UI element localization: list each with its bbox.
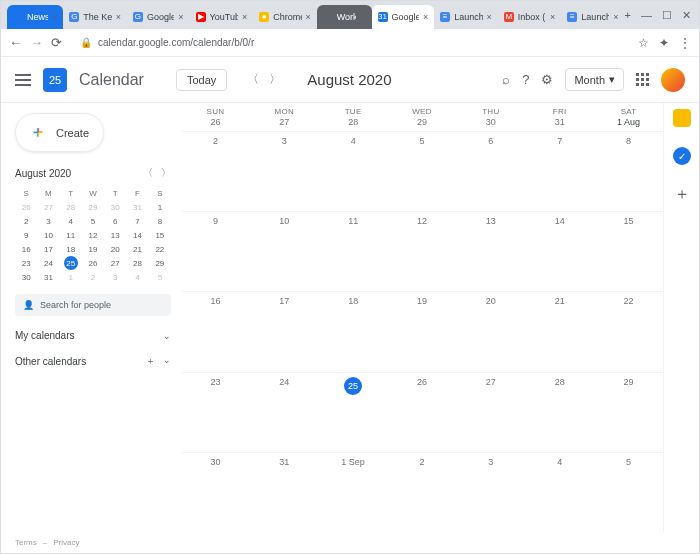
date-cell[interactable]: 16 xyxy=(181,291,250,371)
mini-date-cell[interactable]: 3 xyxy=(37,214,59,228)
tab-close-icon[interactable]: × xyxy=(487,12,492,22)
mini-date-cell[interactable]: 2 xyxy=(82,270,104,284)
browser-tab[interactable]: News× xyxy=(7,5,63,29)
date-cell[interactable]: 11 xyxy=(319,211,388,291)
mini-date-cell[interactable]: 12 xyxy=(82,228,104,242)
tab-close-icon[interactable]: × xyxy=(242,12,247,22)
date-cell[interactable]: 5 xyxy=(594,452,663,532)
browser-tab[interactable]: 31Google× xyxy=(372,5,435,29)
mini-date-cell[interactable]: 8 xyxy=(149,214,171,228)
date-cell[interactable]: 9 xyxy=(181,211,250,291)
browser-tab[interactable]: ▶YouTube× xyxy=(190,5,254,29)
maximize-button[interactable]: ☐ xyxy=(662,9,672,22)
mini-date-cell[interactable]: 1 xyxy=(149,200,171,214)
mini-date-cell[interactable]: 28 xyxy=(60,200,82,214)
date-cell[interactable]: 2 xyxy=(181,131,250,211)
browser-tab[interactable]: ●Chrome× xyxy=(253,5,317,29)
mini-date-cell[interactable]: 29 xyxy=(149,256,171,270)
date-cell[interactable]: 15 xyxy=(594,211,663,291)
mini-date-cell[interactable]: 5 xyxy=(149,270,171,284)
close-window-button[interactable]: ✕ xyxy=(682,9,691,22)
date-cell[interactable]: 30 xyxy=(181,452,250,532)
settings-icon[interactable]: ⚙ xyxy=(541,72,553,87)
mini-date-cell[interactable]: 25 xyxy=(64,256,78,270)
mini-date-cell[interactable]: 31 xyxy=(37,270,59,284)
date-cell[interactable]: 12 xyxy=(388,211,457,291)
reload-button[interactable]: ⟳ xyxy=(51,35,62,50)
mini-date-cell[interactable]: 26 xyxy=(82,256,104,270)
other-calendars-section[interactable]: Other calendars ＋ ⌄ xyxy=(15,355,171,368)
mini-date-cell[interactable]: 4 xyxy=(60,214,82,228)
date-cell[interactable]: 22 xyxy=(594,291,663,371)
mini-date-cell[interactable]: 16 xyxy=(15,242,37,256)
tab-close-icon[interactable]: × xyxy=(613,12,618,22)
mini-date-cell[interactable]: 18 xyxy=(60,242,82,256)
google-apps-icon[interactable] xyxy=(636,73,649,86)
mini-date-cell[interactable]: 22 xyxy=(149,242,171,256)
mini-date-cell[interactable]: 24 xyxy=(37,256,59,270)
date-cell[interactable]: 2 xyxy=(388,452,457,532)
keep-icon[interactable] xyxy=(673,109,691,127)
browser-tab[interactable]: Work× xyxy=(317,5,372,29)
date-cell[interactable]: 31 xyxy=(250,452,319,532)
date-cell[interactable]: 25 xyxy=(319,372,388,452)
help-icon[interactable]: ? xyxy=(522,72,529,87)
date-cell[interactable]: 4 xyxy=(319,131,388,211)
date-cell[interactable]: 27 xyxy=(456,372,525,452)
mini-date-cell[interactable]: 9 xyxy=(15,228,37,242)
date-cell[interactable]: 5 xyxy=(388,131,457,211)
date-cell[interactable]: 17 xyxy=(250,291,319,371)
add-calendar-icon[interactable]: ＋ xyxy=(146,355,155,368)
mini-date-cell[interactable]: 21 xyxy=(126,242,148,256)
mini-date-cell[interactable]: 28 xyxy=(126,256,148,270)
back-button[interactable]: ← xyxy=(9,35,22,50)
mini-date-cell[interactable]: 15 xyxy=(149,228,171,242)
next-period-button[interactable]: 〉 xyxy=(269,71,281,88)
mini-date-cell[interactable]: 7 xyxy=(126,214,148,228)
tab-close-icon[interactable]: × xyxy=(52,12,57,22)
minimize-button[interactable]: — xyxy=(641,9,652,21)
url-input[interactable]: 🔒 calendar.google.com/calendar/b/0/r xyxy=(70,33,630,53)
mini-date-cell[interactable]: 2 xyxy=(15,214,37,228)
browser-tab[interactable]: GGoogle× xyxy=(127,5,190,29)
mini-date-cell[interactable]: 17 xyxy=(37,242,59,256)
date-cell[interactable]: 28 xyxy=(525,372,594,452)
view-selector[interactable]: Month ▾ xyxy=(565,68,624,91)
mini-next-button[interactable]: 〉 xyxy=(161,166,171,180)
mini-date-cell[interactable]: 13 xyxy=(104,228,126,242)
date-cell[interactable]: 13 xyxy=(456,211,525,291)
mini-date-cell[interactable]: 23 xyxy=(15,256,37,270)
date-cell[interactable]: 3 xyxy=(250,131,319,211)
browser-tab[interactable]: GThe Key× xyxy=(63,5,127,29)
mini-date-cell[interactable]: 20 xyxy=(104,242,126,256)
forward-button[interactable]: → xyxy=(30,35,43,50)
browser-menu-icon[interactable]: ⋮ xyxy=(679,36,691,50)
tab-close-icon[interactable]: × xyxy=(306,12,311,22)
mini-date-cell[interactable]: 27 xyxy=(37,200,59,214)
bookmark-icon[interactable]: ☆ xyxy=(638,36,649,50)
mini-date-cell[interactable]: 26 xyxy=(15,200,37,214)
search-icon[interactable]: ⌕ xyxy=(502,72,510,87)
date-cell[interactable]: 23 xyxy=(181,372,250,452)
date-cell[interactable]: 6 xyxy=(456,131,525,211)
extensions-icon[interactable]: ✦ xyxy=(659,36,669,50)
mini-date-cell[interactable]: 30 xyxy=(104,200,126,214)
mini-prev-button[interactable]: 〈 xyxy=(143,166,153,180)
prev-period-button[interactable]: 〈 xyxy=(247,71,259,88)
tab-close-icon[interactable]: × xyxy=(360,12,365,22)
mini-date-cell[interactable]: 27 xyxy=(104,256,126,270)
date-cell[interactable]: 10 xyxy=(250,211,319,291)
mini-date-cell[interactable]: 10 xyxy=(37,228,59,242)
mini-date-cell[interactable]: 31 xyxy=(126,200,148,214)
mini-date-cell[interactable]: 14 xyxy=(126,228,148,242)
mini-date-cell[interactable]: 3 xyxy=(104,270,126,284)
tab-close-icon[interactable]: × xyxy=(116,12,121,22)
date-cell[interactable]: 20 xyxy=(456,291,525,371)
mini-date-cell[interactable]: 11 xyxy=(60,228,82,242)
tasks-icon[interactable]: ✓ xyxy=(673,147,691,165)
mini-date-cell[interactable]: 4 xyxy=(126,270,148,284)
privacy-link[interactable]: Privacy xyxy=(53,538,79,547)
date-cell[interactable]: 24 xyxy=(250,372,319,452)
create-button[interactable]: ＋ Create xyxy=(15,113,104,152)
date-cell[interactable]: 7 xyxy=(525,131,594,211)
